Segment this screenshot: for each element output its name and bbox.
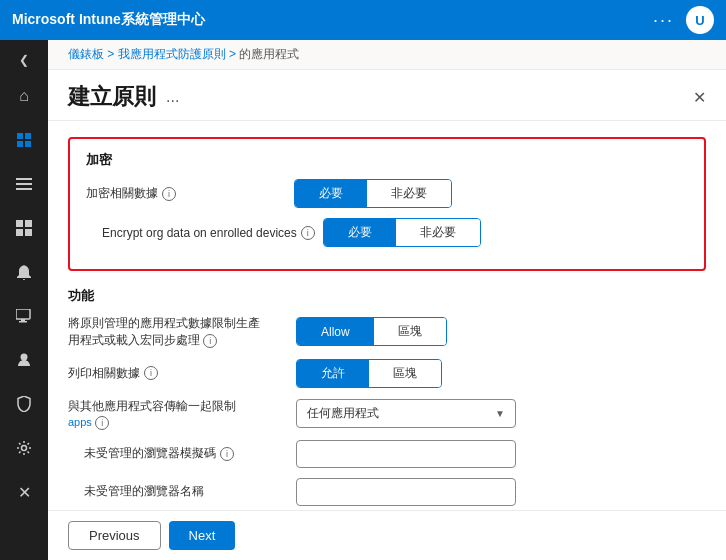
func-info-icon-4[interactable]: i <box>220 447 234 461</box>
encryption-label-1: 加密相關數據 i <box>86 185 286 202</box>
page-options-icon[interactable]: ... <box>166 88 179 106</box>
encryption-section-title: 加密 <box>86 151 688 169</box>
topbar-title: Microsoft Intune系統管理中心 <box>12 11 653 29</box>
svg-rect-0 <box>17 133 23 139</box>
func-label-4: 未受管理的瀏覽器模擬碼 i <box>68 445 268 462</box>
func-info-icon-2[interactable]: i <box>144 366 158 380</box>
encryption-toggle-2: 必要 非必要 <box>323 218 481 247</box>
svg-rect-11 <box>16 309 30 319</box>
encryption-field-row-2: Encrypt org data on enrolled devices i 必… <box>86 218 688 247</box>
svg-rect-9 <box>16 229 23 236</box>
func-toggle-2-option1[interactable]: 允許 <box>297 360 369 387</box>
sidebar-item-users[interactable] <box>4 340 44 380</box>
footer: Previous Next <box>48 510 726 560</box>
encryption-label-2: Encrypt org data on enrolled devices i <box>86 226 315 240</box>
encryption-toggle-1-option1[interactable]: 必要 <box>295 180 367 207</box>
close-button[interactable]: ✕ <box>693 88 706 107</box>
encryption-info-icon-2[interactable]: i <box>301 226 315 240</box>
encryption-toggle-2-option2[interactable]: 非必要 <box>396 219 480 246</box>
func-toggle-1: Allow 區塊 <box>296 317 447 346</box>
svg-rect-13 <box>19 321 27 323</box>
encryption-info-icon-1[interactable]: i <box>162 187 176 201</box>
func-input-4[interactable] <box>296 440 516 468</box>
sidebar: ❮ ⌂ ✕ <box>0 40 48 560</box>
func-toggle-2-option2[interactable]: 區塊 <box>369 360 441 387</box>
page-header: 建立原則 ... ✕ <box>48 70 726 121</box>
encryption-section: 加密 加密相關數據 i 必要 非必要 Encrypt org data on <box>68 137 706 271</box>
func-input-5[interactable] <box>296 478 516 506</box>
prev-button[interactable]: Previous <box>68 521 161 550</box>
svg-rect-6 <box>16 188 32 190</box>
func-dropdown-3[interactable]: 任何應用程式 ▼ <box>296 399 516 428</box>
dropdown-arrow-icon: ▼ <box>495 408 505 419</box>
apps-link[interactable]: apps <box>68 416 92 428</box>
sidebar-item-dashboard[interactable] <box>4 120 44 160</box>
page-title: 建立原則 <box>68 82 156 112</box>
encryption-toggle-1-option2[interactable]: 非必要 <box>367 180 451 207</box>
topbar-more-icon[interactable]: ··· <box>653 10 674 31</box>
func-field-row-3: 與其他應用程式容傳輸一起限制 apps i 任何應用程式 ▼ <box>68 398 706 430</box>
func-field-row-2: 列印相關數據 i 允許 區塊 <box>68 359 706 388</box>
func-toggle-1-option1[interactable]: Allow <box>297 318 374 345</box>
breadcrumb-item-3: 的應用程式 <box>239 47 299 61</box>
sidebar-item-settings[interactable] <box>4 428 44 468</box>
svg-point-14 <box>21 354 28 361</box>
sidebar-item-devices[interactable] <box>4 296 44 336</box>
svg-rect-4 <box>16 178 32 180</box>
func-label-3: 與其他應用程式容傳輸一起限制 apps i <box>68 398 268 430</box>
func-label-5: 未受管理的瀏覽器名稱 <box>68 483 268 500</box>
sidebar-item-alerts[interactable] <box>4 252 44 292</box>
func-toggle-1-option2[interactable]: 區塊 <box>374 318 446 345</box>
next-button[interactable]: Next <box>169 521 236 550</box>
breadcrumb-item-1[interactable]: 儀錶板 > <box>68 47 114 61</box>
encryption-toggle-1: 必要 非必要 <box>294 179 452 208</box>
func-label-2: 列印相關數據 i <box>68 365 268 382</box>
sidebar-item-apps[interactable] <box>4 208 44 248</box>
svg-rect-7 <box>16 220 23 227</box>
functionality-section: 功能 將原則管理的應用程式數據限制生產用程式或載入宏同步處理 i Allow 區… <box>68 287 706 510</box>
encryption-field-row-1: 加密相關數據 i 必要 非必要 <box>86 179 688 208</box>
svg-rect-3 <box>25 141 31 147</box>
svg-rect-8 <box>25 220 32 227</box>
topbar: Microsoft Intune系統管理中心 ··· U <box>0 0 726 40</box>
sidebar-expand-icon[interactable]: ❮ <box>4 48 44 72</box>
form-content: 加密 加密相關數據 i 必要 非必要 Encrypt org data on <box>48 121 726 510</box>
sidebar-item-home[interactable]: ⌂ <box>4 76 44 116</box>
func-info-icon-1[interactable]: i <box>203 334 217 348</box>
func-field-row-4: 未受管理的瀏覽器模擬碼 i <box>68 440 706 468</box>
svg-point-15 <box>22 446 27 451</box>
avatar[interactable]: U <box>686 6 714 34</box>
svg-rect-1 <box>25 133 31 139</box>
svg-rect-10 <box>25 229 32 236</box>
func-field-row-1: 將原則管理的應用程式數據限制生產用程式或載入宏同步處理 i Allow 區塊 <box>68 315 706 349</box>
functionality-section-title: 功能 <box>68 287 706 305</box>
func-field-row-5: 未受管理的瀏覽器名稱 <box>68 478 706 506</box>
breadcrumb-item-2[interactable]: 我應用程式防護原則 > <box>118 47 236 61</box>
sidebar-item-security[interactable] <box>4 384 44 424</box>
sidebar-item-menu[interactable] <box>4 164 44 204</box>
func-toggle-2: 允許 區塊 <box>296 359 442 388</box>
breadcrumb: 儀錶板 > 我應用程式防護原則 > 的應用程式 <box>48 40 726 70</box>
func-label-1: 將原則管理的應用程式數據限制生產用程式或載入宏同步處理 i <box>68 315 268 349</box>
svg-rect-5 <box>16 183 32 185</box>
main-panel: 儀錶板 > 我應用程式防護原則 > 的應用程式 建立原則 ... ✕ 加密 加密… <box>48 40 726 560</box>
svg-rect-2 <box>17 141 23 147</box>
sidebar-item-tools[interactable]: ✕ <box>4 472 44 512</box>
encryption-toggle-2-option1[interactable]: 必要 <box>324 219 396 246</box>
func-info-icon-3[interactable]: i <box>95 416 109 430</box>
svg-rect-12 <box>21 319 25 321</box>
